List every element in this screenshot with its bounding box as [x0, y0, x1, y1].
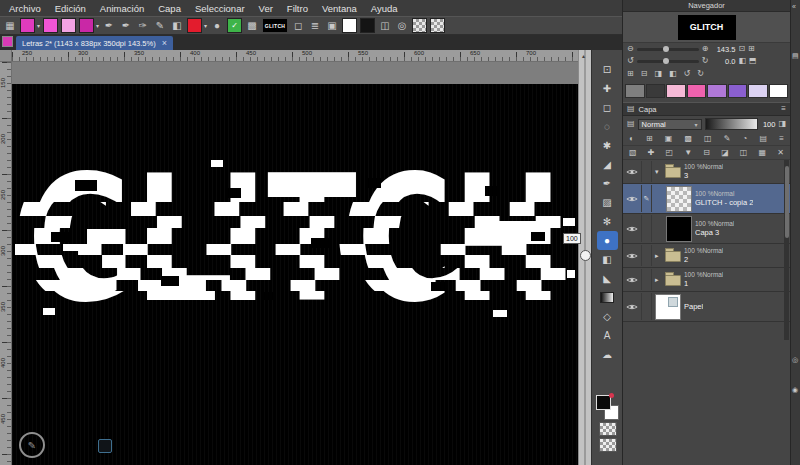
canvas-zoom-slider[interactable]: ▴ 100: [578, 50, 591, 465]
two-pane-icon[interactable]: ≡: [779, 135, 784, 143]
layer-thumbnail-folder[interactable]: [665, 275, 681, 286]
menu-item-ventana[interactable]: Ventana: [315, 3, 364, 14]
tool-figure[interactable]: ◇: [597, 307, 618, 326]
delete-layer-icon[interactable]: ✕: [777, 149, 784, 157]
dock-history-icon[interactable]: ◉: [792, 386, 798, 393]
opacity-slider[interactable]: [705, 118, 759, 130]
toolbar-pattern-icon[interactable]: ▩: [245, 20, 259, 31]
collapse-panels-icon[interactable]: «: [792, 3, 796, 10]
tool-color-selector[interactable]: [595, 395, 619, 421]
menu-item-animacion[interactable]: Animación: [93, 3, 151, 14]
reset-view-icon[interactable]: ⊞: [627, 70, 634, 78]
tool-eraser[interactable]: ◧: [597, 250, 618, 269]
tool-marquee[interactable]: ◻: [597, 98, 618, 117]
toolbar-pen-pink-icon[interactable]: ✒: [102, 20, 116, 31]
main-color-swatch[interactable]: [596, 395, 611, 410]
toolbar-search-icon[interactable]: ◎: [395, 20, 409, 31]
toolbar-eraser-icon[interactable]: ◧: [170, 20, 184, 31]
fit-to-screen-icon[interactable]: ⊡: [738, 45, 745, 53]
undo-view-icon[interactable]: ↺: [684, 70, 691, 78]
zoom-slider-knob[interactable]: [580, 250, 591, 261]
layer-visibility-eye-icon[interactable]: [625, 225, 638, 233]
layer-panel-header[interactable]: ▤ Capa ≡: [623, 102, 790, 116]
dock-material-icon[interactable]: ◎: [792, 356, 798, 363]
zoom-slider-thumb[interactable]: [663, 46, 669, 52]
glitch-brush-logo[interactable]: GLITCH: [262, 18, 288, 33]
toolbar-color-swatch[interactable]: [187, 18, 202, 33]
layer-thumbnail-black[interactable]: [666, 216, 692, 242]
tool-pen[interactable]: ✒: [597, 174, 618, 193]
layer-visibility-eye-icon[interactable]: [625, 303, 638, 311]
color-swatch[interactable]: [687, 84, 707, 98]
flip-horizontal-icon[interactable]: ◧: [738, 57, 746, 65]
expression-color-icon[interactable]: ◨: [778, 120, 786, 128]
toolbar-workspace-icon[interactable]: ▦: [3, 20, 17, 31]
tool-fill[interactable]: ◣: [597, 269, 618, 288]
dock-panel-icon[interactable]: ▤: [792, 52, 799, 59]
toolbar-color-swatch[interactable]: ✓: [227, 18, 242, 33]
merge-with-lower-icon[interactable]: ⊟: [703, 149, 710, 157]
layer-visibility-eye-icon[interactable]: [625, 252, 638, 260]
layer-row-1[interactable]: ▸100 %Normal1: [623, 268, 790, 292]
tool-eyedropper[interactable]: ◢: [597, 155, 618, 174]
rotate-right-icon[interactable]: ↻: [702, 57, 709, 65]
document-canvas[interactable]: GLITCH: [12, 84, 578, 465]
color-swatch[interactable]: [748, 84, 768, 98]
new-vector-layer-icon[interactable]: ✚: [648, 149, 655, 157]
zoom-out-icon[interactable]: ⊖: [627, 45, 634, 53]
toolbar-color-swatch[interactable]: [43, 18, 58, 33]
color-swatch[interactable]: [707, 84, 727, 98]
redo-view-icon[interactable]: ↻: [697, 70, 704, 78]
caret-right-icon[interactable]: ▸: [655, 276, 662, 284]
slider-top-icon[interactable]: ▴: [582, 52, 585, 59]
zoom-slider-track[interactable]: [637, 48, 699, 51]
swatch-dropdown-icon[interactable]: ▾: [37, 22, 40, 29]
toolbar-color-swatch[interactable]: [430, 18, 445, 33]
layer-row-3[interactable]: ▾100 %Normal3: [623, 160, 790, 184]
actual-size-icon[interactable]: ⊞: [748, 45, 755, 53]
blend-reference-icon[interactable]: ◐: [629, 135, 634, 143]
mirror-right-icon[interactable]: ◧: [669, 70, 677, 78]
toolbar-marker-icon[interactable]: ✎: [153, 20, 167, 31]
scrollbar-thumb[interactable]: [785, 166, 789, 238]
color-swatch[interactable]: [625, 84, 645, 98]
navigator-preview[interactable]: GLITCH: [623, 12, 790, 43]
zoom-in-icon[interactable]: ⊕: [702, 45, 709, 53]
ruler-range-icon[interactable]: ◔: [743, 135, 748, 143]
flip-vertical-icon[interactable]: ⬒: [749, 57, 757, 65]
menu-item-edicion[interactable]: Edición: [48, 3, 93, 14]
toolbar-color-swatch[interactable]: [360, 18, 375, 33]
tool-text[interactable]: A: [597, 326, 618, 345]
layer-row-capa-3[interactable]: 100 %NormalCapa 3: [623, 214, 790, 244]
tool-magic-wand[interactable]: ✱: [597, 136, 618, 155]
blend-mode-select[interactable]: Normal ▾: [638, 119, 702, 130]
navigator-panel-header[interactable]: Navegador: [623, 0, 790, 12]
document-tab[interactable]: Letras 2* (1143 x 838px 350dpi 143.5%) ×: [16, 36, 173, 50]
tool-move[interactable]: ✚: [597, 79, 618, 98]
toolbar-material-icon[interactable]: ◫: [378, 20, 392, 31]
layer-thumbnail-paper[interactable]: [655, 294, 681, 320]
tool-gradient[interactable]: [597, 288, 618, 307]
menu-item-filtro[interactable]: Filtro: [280, 3, 315, 14]
lock-layer-icon[interactable]: ▣: [665, 135, 673, 143]
toolbar-select-icon[interactable]: ◻: [291, 20, 305, 31]
layer-thumbnail-folder[interactable]: [665, 167, 681, 178]
caret-right-icon[interactable]: ▸: [655, 252, 662, 260]
tool-decoration[interactable]: ✻: [597, 212, 618, 231]
layer-color-icon[interactable]: ▤: [760, 135, 768, 143]
layer-visibility-eye-icon[interactable]: [625, 276, 638, 284]
toolbar-color-swatch[interactable]: [20, 18, 35, 33]
mirror-left-icon[interactable]: ◨: [654, 70, 662, 78]
mask-visibility-icon[interactable]: ▦: [759, 149, 767, 157]
transfer-to-lower-icon[interactable]: ▼: [684, 149, 692, 157]
color-swatch[interactable]: [728, 84, 748, 98]
rotate-slider-track[interactable]: [637, 60, 699, 63]
tool-operation[interactable]: ⊡: [597, 60, 618, 79]
tool-lasso[interactable]: ◌: [597, 117, 618, 136]
menu-item-ver[interactable]: Ver: [252, 3, 280, 14]
lock-transparent-icon[interactable]: ▩: [684, 135, 692, 143]
create-mask-icon[interactable]: ◪: [721, 149, 729, 157]
menu-item-ayuda[interactable]: Ayuda: [364, 3, 405, 14]
new-folder-icon[interactable]: ◰: [666, 149, 674, 157]
toolbar-stamp-icon[interactable]: ▣: [325, 20, 339, 31]
